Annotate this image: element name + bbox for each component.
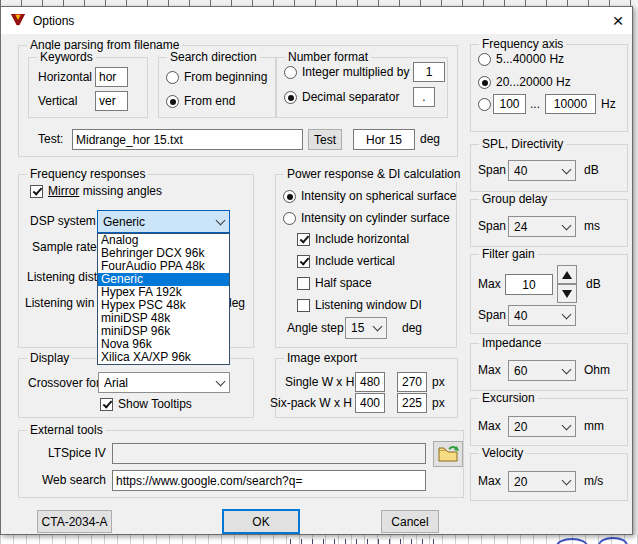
listening-window-di-label[interactable]: Listening window DI	[315, 298, 422, 312]
impedance-max-value: 60	[514, 364, 563, 378]
vertical-keyword-input[interactable]	[95, 91, 128, 111]
angle-step-label: Angle step	[287, 321, 344, 335]
impedance-max-unit: Ohm	[584, 363, 610, 377]
dropdown-item-xilica[interactable]: Xilica XA/XP 96k	[98, 351, 229, 364]
radio-freq-5-40000-label[interactable]: 5...40000 Hz	[496, 52, 564, 66]
spl-span-unit: dB	[584, 163, 599, 177]
dsp-system-combobox[interactable]: Generic	[97, 210, 230, 233]
filter-gain-max-input[interactable]	[505, 274, 553, 295]
velocity-max-combobox[interactable]: 20	[508, 471, 576, 492]
include-horizontal-label[interactable]: Include horizontal	[315, 232, 409, 246]
excursion-max-value: 20	[514, 420, 563, 434]
radio-freq-custom[interactable]	[478, 98, 491, 111]
radio-freq-20-20000-label[interactable]: 20...20000 Hz	[496, 75, 571, 89]
ltspice-path-input[interactable]	[112, 443, 426, 464]
test-unit-label: deg	[420, 132, 440, 146]
freq-custom-max-input[interactable]	[545, 94, 596, 114]
radio-decimal-separator-label[interactable]: Decimal separator	[302, 90, 399, 104]
group-delay-span-value: 24	[514, 220, 563, 234]
group-title-impedance: Impedance	[479, 336, 544, 351]
test-filename-input[interactable]	[72, 129, 303, 150]
spl-span-value: 40	[514, 164, 563, 178]
sixpack-width-input[interactable]	[355, 393, 385, 413]
dropdown-item-hypex-psc[interactable]: Hypex PSC 48k	[98, 299, 229, 312]
test-button[interactable]: Test	[308, 129, 342, 150]
freq-custom-separator: ...	[530, 97, 540, 111]
single-height-input[interactable]	[397, 372, 427, 392]
radio-freq-5-40000[interactable]	[478, 53, 491, 66]
radio-spherical-surface[interactable]	[283, 190, 296, 203]
cancel-button[interactable]: Cancel	[381, 510, 439, 533]
group-title-filter-gain: Filter gain	[479, 247, 538, 262]
group-title-display: Display	[27, 351, 72, 366]
background-curve	[556, 538, 588, 544]
mirror-missing-angles-checkbox[interactable]	[30, 185, 43, 198]
show-tooltips-checkbox[interactable]	[100, 398, 113, 411]
dropdown-item-generic[interactable]: Generic	[98, 273, 229, 286]
crossover-font-combobox[interactable]: Arial	[98, 372, 230, 393]
listening-window-di-checkbox[interactable]	[297, 299, 310, 312]
chevron-down-icon	[216, 376, 226, 386]
ltspice-browse-button[interactable]	[433, 441, 463, 467]
group-delay-span-combobox[interactable]: 24	[508, 216, 576, 237]
radio-freq-20-20000[interactable]	[478, 76, 491, 89]
include-vertical-checkbox[interactable]	[297, 255, 310, 268]
half-space-label[interactable]: Half space	[315, 276, 372, 290]
dsp-system-dropdown-list: Analog Behringer DCX 96k FourAudio PPA 4…	[97, 233, 230, 365]
integer-multiplier-input[interactable]	[413, 62, 445, 82]
group-title-velocity: Velocity	[479, 446, 526, 461]
filter-gain-max-label: Max	[478, 277, 501, 291]
single-width-input[interactable]	[355, 372, 385, 392]
group-title-number-format: Number format	[285, 50, 371, 65]
group-title-image-export: Image export	[284, 351, 360, 366]
filter-gain-span-label: Span	[478, 308, 506, 322]
radio-integer-multiplied[interactable]	[284, 66, 297, 79]
close-icon: ×	[612, 11, 623, 30]
radio-cylinder-surface-label[interactable]: Intensity on cylinder surface	[301, 211, 450, 225]
impedance-max-combobox[interactable]: 60	[508, 360, 576, 381]
radio-from-end-label[interactable]: From end	[184, 94, 235, 108]
half-space-checkbox[interactable]	[297, 277, 310, 290]
dropdown-item-hypex-fa[interactable]: Hypex FA 192k	[98, 286, 229, 299]
ok-button[interactable]: OK	[222, 509, 300, 534]
dropdown-item-analog[interactable]: Analog	[98, 234, 229, 247]
sixpack-height-input[interactable]	[397, 393, 427, 413]
filter-gain-spinner-up[interactable]	[557, 265, 577, 284]
single-size-unit: px	[432, 375, 445, 389]
web-search-input[interactable]	[112, 470, 426, 491]
freq-custom-min-input[interactable]	[493, 94, 526, 114]
include-vertical-label[interactable]: Include vertical	[315, 254, 395, 268]
include-horizontal-checkbox[interactable]	[297, 233, 310, 246]
mirror-missing-angles-label[interactable]: Mirror missing angles	[48, 184, 162, 198]
group-title-spl-directivity: SPL, Directivity	[479, 137, 566, 152]
dropdown-item-minidsp-48[interactable]: miniDSP 48k	[98, 312, 229, 325]
velocity-max-unit: m/s	[584, 474, 603, 488]
radio-decimal-separator[interactable]	[284, 91, 297, 104]
decimal-separator-input[interactable]	[413, 87, 435, 107]
up-arrow-icon	[562, 271, 572, 279]
dropdown-item-fouraudio[interactable]: FourAudio PPA 48k	[98, 260, 229, 273]
cta-2034-a-button[interactable]: CTA-2034-A	[37, 510, 112, 533]
spl-span-combobox[interactable]: 40	[508, 160, 576, 181]
background-curve	[598, 537, 628, 544]
dropdown-item-nova[interactable]: Nova 96k	[98, 338, 229, 351]
radio-from-beginning-label[interactable]: From beginning	[184, 70, 267, 84]
excursion-max-combobox[interactable]: 20	[508, 416, 576, 437]
radio-spherical-surface-label[interactable]: Intensity on spherical surface	[301, 189, 456, 203]
test-result-box: Hor 15	[353, 129, 415, 150]
filter-gain-span-combobox[interactable]: 40	[508, 305, 576, 326]
horizontal-keyword-input[interactable]	[95, 67, 128, 87]
close-button[interactable]: ×	[604, 8, 632, 33]
vertical-label: Vertical	[38, 94, 77, 108]
dropdown-item-behringer[interactable]: Behringer DCX 96k	[98, 247, 229, 260]
angle-step-combobox[interactable]: 15	[345, 317, 387, 339]
single-size-label: Single W x H	[285, 375, 354, 389]
show-tooltips-label[interactable]: Show Tooltips	[118, 397, 192, 411]
filter-gain-spinner-down[interactable]	[557, 284, 577, 303]
dropdown-item-minidsp-96[interactable]: miniDSP 96k	[98, 325, 229, 338]
radio-cylinder-surface[interactable]	[283, 212, 296, 225]
radio-from-end[interactable]	[166, 95, 179, 108]
mirror-word: Mirror	[48, 184, 79, 198]
radio-from-beginning[interactable]	[166, 71, 179, 84]
radio-integer-multiplied-label[interactable]: Integer multiplied by	[302, 65, 409, 79]
